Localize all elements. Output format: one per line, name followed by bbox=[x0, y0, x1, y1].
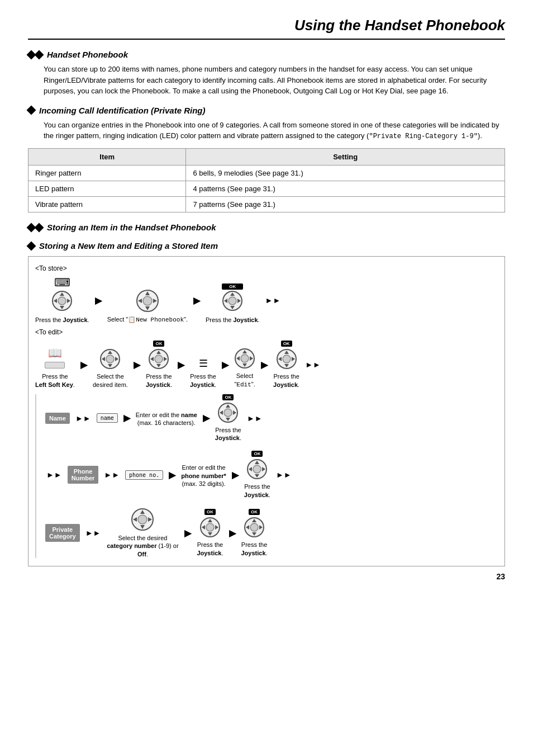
diamond-filled-5 bbox=[35, 223, 44, 232]
table-cell-led-item: LED pattern bbox=[28, 181, 186, 197]
table-row: Vibrate pattern 7 patterns (See page 31.… bbox=[28, 197, 505, 212]
joystick-ok-svg-phone bbox=[246, 459, 268, 480]
phone-screen-display: phone no. bbox=[125, 470, 163, 480]
press-joystick-cat2-label: Press theJoystick. bbox=[241, 541, 268, 557]
page-title: Using the Handset Phonebook bbox=[28, 17, 505, 40]
press-joystick-label-5: Press theJoystick. bbox=[273, 372, 299, 389]
step-select-edit: Select"Edit". bbox=[234, 348, 255, 389]
step-press-joystick-4: ☰ Press theJoystick. bbox=[190, 357, 216, 389]
to-store-row: ⌨ Press the Joystick. ▶ bbox=[35, 277, 498, 324]
press-joystick-label-4: Press theJoystick. bbox=[190, 372, 216, 389]
enter-name-label: Enter or edit the name(max. 16 character… bbox=[136, 411, 197, 427]
arrow-7: ▶ bbox=[261, 360, 268, 370]
joystick-ok-svg-2 bbox=[148, 348, 169, 370]
step-press-joystick-cat1: OK Press theJoystick. bbox=[197, 509, 223, 557]
settings-table: Item Setting Ringer pattern 6 bells, 9 m… bbox=[28, 148, 505, 212]
diamond-icon-2 bbox=[28, 107, 35, 114]
sub-steps-container: Name ►► name ▶ Enter or edit the name(ma… bbox=[35, 394, 498, 558]
arrow-8: ▶ bbox=[123, 413, 130, 423]
section3-heading: Storing an Item in the Handset Phonebook bbox=[28, 223, 505, 232]
diagram-box: <To store> ⌨ Press the bbox=[28, 256, 505, 566]
arrow-10: ▶ bbox=[169, 470, 175, 480]
step-left-soft-key: 📖 Press theLeft Soft Key. bbox=[35, 346, 75, 389]
name-row: Name ►► name ▶ Enter or edit the name(ma… bbox=[45, 394, 498, 442]
table-cell-vibrate-setting: 7 patterns (See page 31.) bbox=[186, 197, 505, 212]
svg-point-31 bbox=[241, 355, 249, 362]
arrow-double-2: ►► bbox=[305, 360, 321, 369]
arrow-5: ▶ bbox=[178, 360, 184, 370]
table-row: Ringer pattern 6 bells, 9 melodies (See … bbox=[28, 166, 505, 181]
step-press-joystick-5: OK Press theJoystick. bbox=[273, 341, 299, 389]
arrow-1: ▶ bbox=[95, 295, 102, 306]
diamond-icon-3 bbox=[28, 224, 42, 231]
section-incoming-call: Incoming Call Identification (Private Ri… bbox=[28, 106, 505, 213]
diamond-icon-4 bbox=[28, 243, 35, 249]
table-cell-led-setting: 4 patterns (See page 31.) bbox=[186, 181, 505, 197]
table-cell-ringer-setting: 6 bells, 9 melodies (See page 31.) bbox=[186, 166, 505, 181]
name-label-box: Name bbox=[45, 413, 70, 424]
keyboard-icon: ⌨ bbox=[54, 277, 70, 288]
arrow-4: ▶ bbox=[134, 360, 140, 370]
to-edit-row: 📖 Press theLeft Soft Key. ▶ Select thede… bbox=[35, 341, 498, 389]
arrow-double-7: ►► bbox=[276, 470, 292, 479]
step-press-joystick-phone: OK Press theJoystick. bbox=[244, 451, 270, 499]
phone-number-label-box: PhoneNumber bbox=[68, 466, 99, 484]
arrow-double-6: ►► bbox=[104, 470, 120, 479]
section2-body: You can organize entries in the Phoneboo… bbox=[44, 120, 505, 142]
table-cell-ringer-item: Ringer pattern bbox=[28, 166, 186, 181]
name-screen-display: name bbox=[97, 413, 118, 423]
select-desired-label: Select thedesired item. bbox=[93, 372, 128, 389]
arrow-3: ▶ bbox=[80, 360, 87, 370]
step-select-new-phonebook: Select "📋New Phonebook". bbox=[107, 289, 188, 324]
name-screen-col: name bbox=[97, 413, 118, 423]
select-new-phonebook-label: Select "📋New Phonebook". bbox=[107, 315, 188, 324]
arrow-9: ▶ bbox=[203, 413, 210, 423]
diamond-filled-6 bbox=[27, 241, 36, 251]
arrow-double-8: ►► bbox=[85, 528, 101, 537]
left-soft-key-label: Press theLeft Soft Key. bbox=[35, 372, 75, 389]
table-row: LED pattern 4 patterns (See page 31.) bbox=[28, 181, 505, 197]
arrow-double-3: ►► bbox=[75, 414, 91, 423]
press-joystick-phone-label: Press theJoystick. bbox=[244, 483, 270, 499]
soft-key-bar bbox=[45, 362, 65, 368]
private-category-label-box: PrivateCategory bbox=[45, 524, 80, 542]
joystick-ok-svg-cat1 bbox=[199, 517, 221, 538]
ok-badge-1: OK bbox=[222, 284, 243, 290]
section1-heading: Handset Phonebook bbox=[28, 50, 505, 59]
svg-point-19 bbox=[106, 355, 114, 363]
arrow-double-4: ►► bbox=[247, 414, 263, 423]
arrow-double-1: ►► bbox=[265, 296, 281, 305]
svg-point-43 bbox=[224, 409, 232, 417]
step-press-joystick-cat2: OK Press theJoystick. bbox=[241, 509, 268, 557]
page-number: 23 bbox=[28, 572, 505, 581]
press-joystick-label-1: Press the Joystick. bbox=[35, 316, 89, 324]
step-press-joystick-1: ⌨ Press the Joystick. bbox=[35, 277, 89, 324]
svg-point-1 bbox=[58, 297, 66, 305]
press-joystick-name-label: Press theJoystick. bbox=[215, 426, 241, 442]
step-press-joystick-ok-1: OK Press the Joystick. bbox=[206, 284, 260, 324]
svg-point-67 bbox=[250, 523, 258, 531]
step-press-joystick-name: OK Press theJoystick. bbox=[215, 394, 241, 442]
ok-badge-name: OK bbox=[222, 394, 234, 400]
joystick-nav-svg-cat bbox=[131, 508, 154, 531]
section4-heading: Storing a New Item and Editing a Stored … bbox=[28, 241, 505, 251]
joystick-ok-svg-3 bbox=[276, 348, 297, 370]
phone-screen-col: phone no. bbox=[125, 470, 163, 480]
diamond-filled-3 bbox=[27, 106, 36, 115]
section-storing-new-item: Storing a New Item and Editing a Stored … bbox=[28, 241, 505, 566]
joystick-ok-svg-name bbox=[217, 402, 239, 423]
select-cat-label: Select the desiredcategory number (1-9) … bbox=[106, 534, 179, 558]
press-joystick-label-2: Press the Joystick. bbox=[206, 316, 260, 324]
svg-point-13 bbox=[229, 297, 236, 305]
svg-point-7 bbox=[143, 296, 152, 305]
svg-point-25 bbox=[155, 355, 163, 363]
svg-point-49 bbox=[253, 465, 261, 473]
step-select-desired: Select thedesired item. bbox=[93, 348, 128, 389]
arrow-12: ▶ bbox=[184, 528, 191, 538]
step-press-joystick-3: OK Press theJoystick. bbox=[146, 341, 172, 389]
joystick-ok-svg-1 bbox=[222, 290, 243, 311]
arrow-13: ▶ bbox=[229, 528, 236, 538]
menu-screen-icon: ☰ bbox=[199, 357, 208, 370]
select-edit-label: Select"Edit". bbox=[234, 372, 255, 389]
section-handset-phonebook: Handset Phonebook You can store up to 20… bbox=[28, 50, 505, 97]
